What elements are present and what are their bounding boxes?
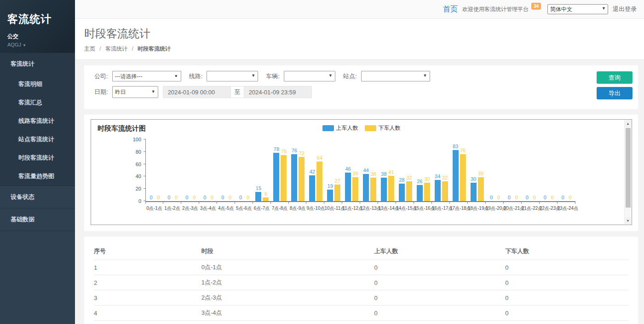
bar-group: 3841 [379,139,397,201]
user-name: AQGJ [7,42,21,47]
scroll-down-arrow-icon[interactable]: ▼ [625,217,631,224]
bar [424,183,430,201]
bar [309,175,315,201]
app-logo: 客流统计 [7,12,68,26]
bar-value-label: 41 [384,169,398,175]
table-row: 32点-3点00 [94,290,629,306]
chart-plot-area: 0000000000001567875767242641927463944383… [145,139,575,201]
breadcrumb-home[interactable]: 主页 [84,46,95,52]
table-header-上车人数: 上车人数 [374,243,505,260]
bar-group: 4639 [343,139,361,201]
language-select[interactable]: 简体中文 [547,4,608,14]
table-cell: 0 [505,260,629,275]
bar-value-label: 0 [564,195,577,200]
bar-value-label: 0 [241,195,255,200]
bar-group: 4438 [361,139,379,201]
x-tick-label: 19点-20点 [486,205,504,212]
logout-link[interactable]: 退出登录 [613,5,637,13]
breadcrumb-separator: / [132,46,133,52]
bar [316,162,322,201]
bar-group: 00 [540,139,558,201]
bar [327,190,333,201]
x-tick-label: 10点-11点 [324,205,342,212]
legend-item-下车人数[interactable]: 下车人数 [365,124,401,132]
bar [417,185,423,201]
date-to-input[interactable] [244,86,312,98]
company-select[interactable]: ---请选择--- [112,71,181,81]
bar-group: 156 [253,139,271,201]
query-button[interactable]: 查询 [597,71,632,84]
x-tick-label: 7点-8点 [271,205,289,212]
sidebar-item-客流统计[interactable]: 客流统计 [0,53,75,75]
table-cell: 3点-4点 [201,306,374,321]
bar [453,150,459,201]
bar [381,178,387,201]
legend-item-上车人数[interactable]: 上车人数 [322,124,358,132]
y-tick-label: 0 [123,198,141,204]
bar [471,183,477,201]
bar-group: 00 [164,139,182,201]
bar-group: 00 [146,139,164,201]
chart-container: 时段车流统计图 上车人数下车人数 00000000000015678757672… [91,119,632,225]
table-cell: 0点-1点 [201,260,374,275]
vehicle-select[interactable] [284,71,335,81]
station-select[interactable] [361,71,430,81]
bar [299,157,305,201]
x-tick-label: 0点-1点 [145,205,163,212]
legend-swatch-icon [322,125,334,131]
breadcrumb-current: 时段客流统计 [138,46,171,52]
user-dropdown[interactable]: AQGJ ▼ [7,42,68,47]
page-title: 时段客流统计 [84,26,635,41]
sidebar-subitem-站点客流统计[interactable]: 站点客流统计 [0,130,75,149]
table-cell: 1点-2点 [201,275,374,290]
vehicle-label: 车辆: [266,72,280,81]
line-select[interactable] [207,71,258,81]
sidebar-subitem-线路客流统计[interactable]: 线路客流统计 [0,112,75,130]
sidebar-subitem-时段客流统计[interactable]: 时段客流统计 [0,149,75,167]
sidebar-item-设备状态[interactable]: 设备状态 [0,186,75,208]
notification-badge[interactable]: 34 [531,3,541,10]
bar-group: 8376 [450,139,468,201]
bar [263,197,269,201]
bar-group: 7672 [289,139,307,201]
table-cell: 0 [505,321,629,324]
date-label: 日期: [94,88,108,96]
home-link[interactable]: 首页 [443,5,458,14]
x-tick-label: 2点-3点 [181,205,199,212]
sidebar-subitem-客流明细[interactable]: 客流明细 [0,75,75,93]
bar-group: 1927 [325,139,343,201]
y-tick-label: 60 [123,162,141,167]
top-navbar: 首页 欢迎使用客流统计管理平台 34 简体中文 ▼ 退出登录 [75,0,644,19]
welcome-text: 欢迎使用客流统计管理平台 [462,6,529,13]
x-tick-label: 11点-12点 [342,205,360,212]
bar [478,177,484,201]
bar-group: 00 [558,139,575,201]
bar-group: 3432 [432,139,450,201]
table-cell: 0 [374,260,505,275]
x-tick-label: 20点-21点 [504,205,522,212]
table-row: 54点-5点00 [94,321,629,324]
date-from-input[interactable] [163,86,231,98]
scroll-up-arrow-icon[interactable]: ▲ [625,120,631,127]
bar-value-label: 32 [438,175,452,180]
bar-group: 2630 [414,139,432,201]
export-button[interactable]: 导出 [597,87,632,99]
sidebar-subitem-客流汇总[interactable]: 客流汇总 [0,93,75,112]
scrollbar-thumb[interactable] [626,128,631,208]
x-tick-label: 21点-22点 [522,205,540,212]
bar [363,174,369,201]
main-area: 首页 欢迎使用客流统计管理平台 34 简体中文 ▼ 退出登录 时段客流统计 主页… [75,0,644,324]
breadcrumb-section[interactable]: 客流统计 [105,46,127,52]
table-cell: 0 [505,290,629,306]
bar [442,181,448,201]
table-cell: 2点-3点 [201,290,374,306]
sidebar-item-基础数据[interactable]: 基础数据 [0,208,75,231]
date-preset-select[interactable]: 昨日 [112,86,158,98]
bar-value-label: 27 [331,178,345,184]
bar [352,177,358,201]
table-row: 43点-4点00 [94,306,629,321]
bar [334,185,340,201]
bar-group: 00 [218,139,236,201]
bar-group: 00 [504,139,522,201]
sidebar-subitem-客流量趋势图[interactable]: 客流量趋势图 [0,167,75,185]
